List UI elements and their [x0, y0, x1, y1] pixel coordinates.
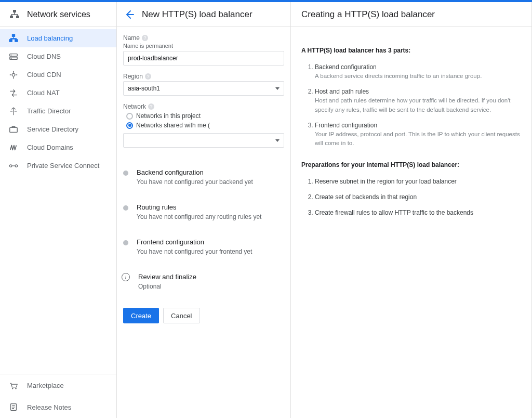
radio-label: Networks in this project	[136, 112, 201, 120]
page-title: New HTTP(S) load balancer	[142, 9, 252, 20]
sidebar-item-label: Cloud Domains	[27, 143, 73, 151]
info-part: Backend configuration A backend service …	[315, 62, 521, 81]
info-header: Creating a HTTP(S) load balancer	[291, 2, 531, 27]
sidebar-item-label: Load balancing	[27, 34, 73, 42]
sidebar-item-traffic-director[interactable]: Traffic Director	[0, 102, 116, 120]
svg-rect-1	[10, 16, 13, 18]
sidebar-item-service-directory[interactable]: Service Directory	[0, 120, 116, 138]
info-parts-list: Backend configuration A backend service …	[301, 62, 521, 148]
psc-icon	[8, 161, 19, 171]
help-icon[interactable]: ?	[148, 103, 154, 110]
step-frontend[interactable]: Frontend configuration You have not conf…	[123, 238, 284, 255]
sidebar-item-cloud-domains[interactable]: Cloud Domains	[0, 138, 116, 156]
help-icon[interactable]: ?	[142, 35, 148, 41]
sidebar-item-marketplace[interactable]: Marketplace	[0, 374, 116, 396]
info-part: Host and path rules Host and path rules …	[315, 87, 521, 114]
info-part: Frontend configuration Your IP address, …	[315, 121, 521, 148]
svg-point-9	[11, 58, 12, 59]
sidebar-item-label: Service Directory	[27, 125, 78, 133]
nat-icon	[8, 88, 19, 98]
info-title: Creating a HTTP(S) load balancer	[301, 9, 435, 20]
network-radio-project[interactable]: Networks in this project	[123, 111, 284, 121]
region-field-group: Region ? asia-south1	[123, 73, 284, 96]
svg-rect-3	[12, 34, 15, 36]
sidebar-nav: Load balancing Cloud DNS Cloud CDN Cloud…	[0, 27, 116, 374]
back-button[interactable]	[123, 8, 136, 21]
step-subtitle: You have not configured your backend yet	[137, 178, 253, 186]
cancel-button[interactable]: Cancel	[163, 308, 200, 323]
load-balancer-icon	[8, 33, 19, 44]
sidebar-item-load-balancing[interactable]: Load balancing	[0, 29, 116, 47]
info-panel: Creating a HTTP(S) load balancer A HTTP(…	[291, 2, 532, 418]
svg-rect-11	[10, 127, 17, 132]
button-row: Create Cancel	[123, 308, 284, 323]
sidebar-item-cloud-nat[interactable]: Cloud NAT	[0, 84, 116, 102]
name-input[interactable]	[123, 51, 284, 66]
sidebar-item-label: Private Service Connect	[27, 162, 99, 169]
radio-icon	[126, 113, 133, 120]
sidebar-item-label: Marketplace	[27, 382, 64, 389]
main-panel: New HTTP(S) load balancer Name ? Name is…	[117, 2, 291, 418]
dns-icon	[8, 51, 19, 62]
radio-icon	[126, 122, 133, 129]
network-radio-shared[interactable]: Networks shared with me (	[123, 121, 284, 130]
step-indicator-icon	[123, 205, 128, 211]
cdn-icon	[8, 70, 19, 80]
traffic-icon	[8, 106, 19, 116]
network-label: Network ?	[123, 103, 284, 110]
sidebar-footer: Marketplace Release Notes	[0, 374, 116, 418]
step-title: Routing rules	[137, 203, 261, 211]
create-button[interactable]: Create	[123, 308, 159, 323]
step-title: Frontend configuration	[137, 238, 252, 246]
name-label: Name ?	[123, 34, 284, 42]
prep-item: Reserve subnet in the region for your lo…	[315, 177, 521, 186]
sidebar-title: Network services	[27, 10, 90, 19]
help-icon[interactable]: ?	[145, 73, 151, 80]
sidebar-item-label: Cloud CDN	[27, 71, 61, 79]
step-title: Backend configuration	[137, 168, 253, 176]
network-select[interactable]	[123, 133, 284, 148]
region-select[interactable]: asia-south1	[123, 81, 284, 96]
svg-point-12	[9, 164, 12, 167]
svg-point-15	[15, 388, 16, 389]
step-routing[interactable]: Routing rules You have not configured an…	[123, 203, 284, 220]
radio-label: Networks shared with me (	[136, 122, 210, 129]
sidebar-item-label: Release Notes	[27, 403, 71, 411]
sidebar-item-cloud-cdn[interactable]: Cloud CDN	[0, 66, 116, 84]
info-heading: A HTTP(S) load balancer has 3 parts:	[301, 46, 521, 55]
directory-icon	[8, 124, 19, 135]
prep-heading: Preparations for your Internal HTTP(S) l…	[301, 160, 521, 169]
step-indicator-icon	[123, 240, 128, 245]
prep-list: Reserve subnet in the region for your lo…	[301, 177, 521, 217]
network-services-icon	[9, 9, 20, 20]
step-subtitle: You have not configured your frontend ye…	[137, 248, 252, 255]
sidebar-item-private-service-connect[interactable]: Private Service Connect	[0, 156, 116, 175]
domains-icon	[8, 142, 19, 153]
info-body: A HTTP(S) load balancer has 3 parts: Bac…	[291, 27, 531, 242]
sidebar-item-release-notes[interactable]: Release Notes	[0, 396, 116, 418]
sidebar-item-label: Cloud DNS	[27, 53, 61, 60]
step-indicator-icon	[123, 171, 128, 176]
name-sublabel: Name is permanent	[123, 43, 284, 49]
prep-item: Create set of backends in that region	[315, 192, 521, 202]
prep-item: Create firewall rules to allow HTTP traf…	[315, 208, 521, 217]
svg-rect-4	[9, 39, 12, 42]
step-title: Review and finalize	[138, 273, 196, 281]
config-steps: Backend configuration You have not confi…	[123, 168, 284, 290]
sidebar-item-cloud-dns[interactable]: Cloud DNS	[0, 47, 116, 66]
step-backend[interactable]: Backend configuration You have not confi…	[123, 168, 284, 186]
step-subtitle: You have not configured any routing rule…	[137, 213, 261, 220]
sidebar: Network services Load balancing Cloud DN…	[0, 2, 117, 418]
sidebar-item-label: Traffic Director	[27, 107, 71, 115]
marketplace-icon	[8, 380, 19, 390]
step-review[interactable]: i Review and finalize Optional	[123, 273, 284, 290]
name-field-group: Name ? Name is permanent	[123, 34, 284, 66]
svg-point-14	[12, 388, 13, 389]
region-label: Region ?	[123, 73, 284, 80]
chevron-down-icon	[275, 87, 280, 90]
svg-rect-2	[16, 16, 19, 18]
svg-point-13	[15, 164, 18, 167]
step-subtitle: Optional	[138, 283, 196, 290]
region-value: asia-south1	[128, 85, 160, 92]
network-field-group: Network ? Networks in this project Netwo…	[123, 103, 284, 148]
